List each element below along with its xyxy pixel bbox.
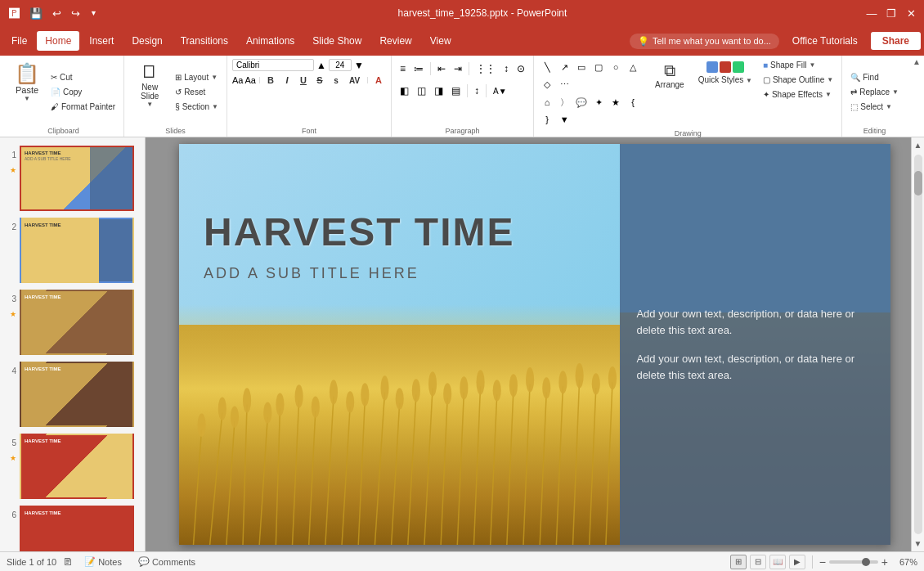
text-shadow-btn[interactable]: A▼ xyxy=(490,85,510,97)
slide-sorter-button[interactable]: ⊟ xyxy=(750,555,766,569)
menu-home[interactable]: Home xyxy=(37,31,79,51)
increase-indent-button[interactable]: ⇥ xyxy=(451,61,465,76)
strikethrough-button[interactable]: S xyxy=(312,74,327,87)
ribbon-collapse-button[interactable]: ▲ xyxy=(913,57,921,66)
decrease-indent-button[interactable]: ⇤ xyxy=(434,61,449,76)
shadow-button[interactable]: s xyxy=(329,74,343,87)
char-spacing-button[interactable]: AV xyxy=(345,74,364,87)
slideshow-button[interactable]: ▶ xyxy=(789,555,805,569)
copy-button[interactable]: 📄 Copy xyxy=(47,86,119,98)
slide-main-title[interactable]: HARVEST TIME xyxy=(204,209,514,254)
line-spacing-button[interactable]: ↕ xyxy=(471,83,482,98)
justify-button[interactable]: ▤ xyxy=(448,83,464,98)
columns-button[interactable]: ⋮⋮ xyxy=(473,61,499,76)
font-size-decrease-icon[interactable]: ▼ xyxy=(354,60,364,71)
shape-dropdown[interactable]: ▼ xyxy=(556,111,572,128)
redo-icon[interactable]: ↪ xyxy=(69,6,83,21)
find-button[interactable]: 🔍 Find xyxy=(847,71,902,83)
bullets-button[interactable]: ≡ xyxy=(397,61,409,76)
new-slide-dropdown[interactable]: ▼ xyxy=(146,101,153,108)
align-left-button[interactable]: ◧ xyxy=(397,83,412,98)
minimize-button[interactable]: — xyxy=(865,7,878,20)
slide-thumbnail-2[interactable]: 2 HARVEST TIME xyxy=(3,216,141,285)
shape-star4[interactable]: ✦ xyxy=(590,94,607,110)
shape-triangle[interactable]: △ xyxy=(625,59,641,75)
menu-insert[interactable]: Insert xyxy=(81,31,122,51)
layout-button[interactable]: ⊞ Layout ▼ xyxy=(172,71,222,83)
font-size-input[interactable] xyxy=(329,59,352,71)
customize-quick-access-icon[interactable]: ▼ xyxy=(87,7,100,19)
scroll-up-button[interactable]: ▲ xyxy=(911,137,924,153)
font-name-input[interactable] xyxy=(232,59,314,71)
notes-button[interactable]: 📝 Notes xyxy=(79,555,127,568)
zoom-slider[interactable] xyxy=(829,560,878,564)
quick-styles-button[interactable]: Quick Styles ▼ xyxy=(694,59,756,87)
slide-subtitle[interactable]: ADD A SUB TITLE HERE xyxy=(204,265,419,282)
comments-button[interactable]: 💬 Comments xyxy=(133,555,200,568)
menu-review[interactable]: Review xyxy=(371,31,419,51)
new-slide-button[interactable]: 🗌 New Slide ▼ xyxy=(129,59,170,125)
shape-line[interactable]: ╲ xyxy=(539,59,555,75)
slide-thumbnail-5[interactable]: 5 ★ HARVEST TIME xyxy=(3,432,141,501)
share-button[interactable]: Share xyxy=(871,32,921,50)
shape-more[interactable]: ⋯ xyxy=(556,76,572,92)
shape-diamond[interactable]: ◇ xyxy=(539,76,555,92)
clear-format-icon[interactable]: Aa xyxy=(232,75,243,85)
align-center-button[interactable]: ◫ xyxy=(414,83,429,98)
paste-button[interactable]: 📋 Paste ▼ xyxy=(8,59,46,125)
bold-button[interactable]: B xyxy=(263,74,278,87)
shape-oval[interactable]: ○ xyxy=(608,59,624,75)
align-right-button[interactable]: ◨ xyxy=(431,83,446,98)
reset-button[interactable]: ↺ Reset xyxy=(172,86,222,98)
shape-arrow[interactable]: ↗ xyxy=(556,59,572,75)
slide-thumbnail-3[interactable]: 3 ★ HARVEST TIME xyxy=(3,288,141,357)
zoom-in-button[interactable]: + xyxy=(881,555,888,569)
shape-bracket[interactable]: { xyxy=(625,94,641,110)
zoom-out-button[interactable]: − xyxy=(819,555,826,569)
cut-button[interactable]: ✂ Cut xyxy=(47,71,119,83)
shape-pentagon[interactable]: ⌂ xyxy=(539,94,555,110)
numbered-list-button[interactable]: ≔ xyxy=(410,61,427,76)
menu-file[interactable]: File xyxy=(3,31,35,51)
shape-effects-button[interactable]: ✦ Shape Effects ▼ xyxy=(760,88,837,101)
slide-thumbnail-6[interactable]: 6 HARVEST TIME xyxy=(3,504,141,551)
format-painter-button[interactable]: 🖌 Format Painter xyxy=(47,101,119,113)
font-color-button[interactable]: A xyxy=(371,74,386,87)
slide-thumbnail-1[interactable]: 1 ★ HARVEST TIME ADD A SUB TITLE HERE xyxy=(3,144,141,213)
undo-icon[interactable]: ↩ xyxy=(50,6,64,21)
paste-dropdown-arrow[interactable]: ▼ xyxy=(24,95,30,102)
tell-me-input[interactable]: 💡 Tell me what you want to do... xyxy=(630,34,779,49)
shape-brace[interactable]: } xyxy=(539,111,555,128)
menu-transitions[interactable]: Transitions xyxy=(173,31,236,51)
shape-chevron[interactable]: 〉 xyxy=(556,94,572,110)
slide-canvas[interactable]: Add your own text, description, or data … xyxy=(179,144,890,545)
arrange-button[interactable]: ⧉ Arrange xyxy=(648,59,691,92)
shape-fill-button[interactable]: ■ Shape Fill ▼ xyxy=(760,59,837,71)
menu-design[interactable]: Design xyxy=(123,31,170,51)
shape-rect[interactable]: ▭ xyxy=(573,59,590,75)
replace-button[interactable]: ⇄ Replace ▼ xyxy=(847,86,902,98)
scroll-down-button[interactable]: ▼ xyxy=(911,536,924,551)
menu-slideshow[interactable]: Slide Show xyxy=(304,31,370,51)
font-size-increase-icon[interactable]: ▲ xyxy=(316,60,326,71)
shape-rounded-rect[interactable]: ▢ xyxy=(590,59,607,75)
zoom-level[interactable]: 67% xyxy=(891,557,917,567)
save-icon[interactable]: 💾 xyxy=(27,6,45,21)
select-button[interactable]: ⬚ Select ▼ xyxy=(847,101,902,113)
underline-button[interactable]: U xyxy=(296,74,311,87)
menu-view[interactable]: View xyxy=(422,31,460,51)
convert-smartart-button[interactable]: ⊙ xyxy=(514,61,528,76)
office-tutorials-button[interactable]: Office Tutorials xyxy=(784,32,866,50)
shape-star5[interactable]: ★ xyxy=(608,94,624,110)
slide-thumbnail-4[interactable]: 4 HARVEST TIME xyxy=(3,360,141,429)
scroll-thumb[interactable] xyxy=(914,171,922,196)
normal-view-button[interactable]: ⊞ xyxy=(730,555,747,569)
section-button[interactable]: § Section ▼ xyxy=(172,101,222,113)
reading-view-button[interactable]: 📖 xyxy=(769,555,786,569)
italic-button[interactable]: I xyxy=(280,74,294,87)
restore-button[interactable]: ❐ xyxy=(885,7,898,20)
shape-outline-button[interactable]: ▢ Shape Outline ▼ xyxy=(760,74,837,86)
shape-callout[interactable]: 💬 xyxy=(573,94,590,110)
text-direction-button[interactable]: ↕ xyxy=(500,61,512,76)
close-button[interactable]: ✕ xyxy=(904,7,917,20)
